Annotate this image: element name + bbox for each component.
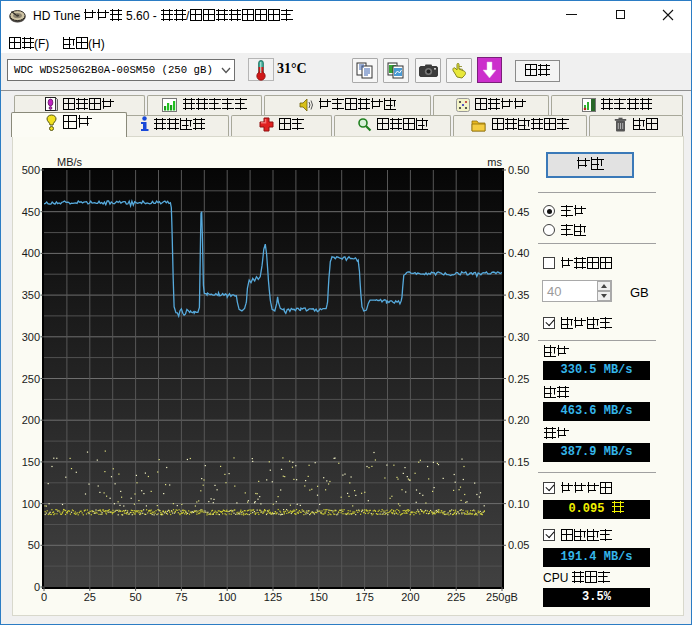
svg-text:175: 175 bbox=[355, 591, 373, 603]
svg-text:0.50: 0.50 bbox=[508, 164, 529, 176]
svg-text:MB/s: MB/s bbox=[57, 156, 83, 168]
svg-text:350: 350 bbox=[22, 289, 40, 301]
svg-text:50: 50 bbox=[28, 539, 40, 551]
svg-text:0.05: 0.05 bbox=[508, 539, 529, 551]
svg-text:50: 50 bbox=[129, 591, 141, 603]
svg-text:100: 100 bbox=[22, 498, 40, 510]
svg-text:450: 450 bbox=[22, 206, 40, 218]
svg-text:150: 150 bbox=[310, 591, 328, 603]
svg-text:0.35: 0.35 bbox=[508, 289, 529, 301]
svg-text:200: 200 bbox=[401, 591, 419, 603]
svg-text:125: 125 bbox=[264, 591, 282, 603]
svg-text:0.20: 0.20 bbox=[508, 414, 529, 426]
svg-text:400: 400 bbox=[22, 247, 40, 259]
svg-text:75: 75 bbox=[175, 591, 187, 603]
svg-text:0.25: 0.25 bbox=[508, 373, 529, 385]
svg-text:0.10: 0.10 bbox=[508, 498, 529, 510]
svg-text:225: 225 bbox=[447, 591, 465, 603]
svg-text:25: 25 bbox=[84, 591, 96, 603]
svg-text:150: 150 bbox=[22, 456, 40, 468]
svg-text:0: 0 bbox=[41, 591, 47, 603]
svg-text:0.30: 0.30 bbox=[508, 331, 529, 343]
svg-text:0.40: 0.40 bbox=[508, 247, 529, 259]
svg-text:250: 250 bbox=[22, 373, 40, 385]
svg-text:500: 500 bbox=[22, 164, 40, 176]
svg-text:0: 0 bbox=[34, 581, 40, 593]
svg-text:250gB: 250gB bbox=[486, 591, 518, 603]
svg-text:200: 200 bbox=[22, 414, 40, 426]
svg-text:100: 100 bbox=[218, 591, 236, 603]
svg-text:ms: ms bbox=[487, 156, 502, 168]
svg-text:300: 300 bbox=[22, 331, 40, 343]
svg-text:0.45: 0.45 bbox=[508, 206, 529, 218]
svg-text:0.15: 0.15 bbox=[508, 456, 529, 468]
